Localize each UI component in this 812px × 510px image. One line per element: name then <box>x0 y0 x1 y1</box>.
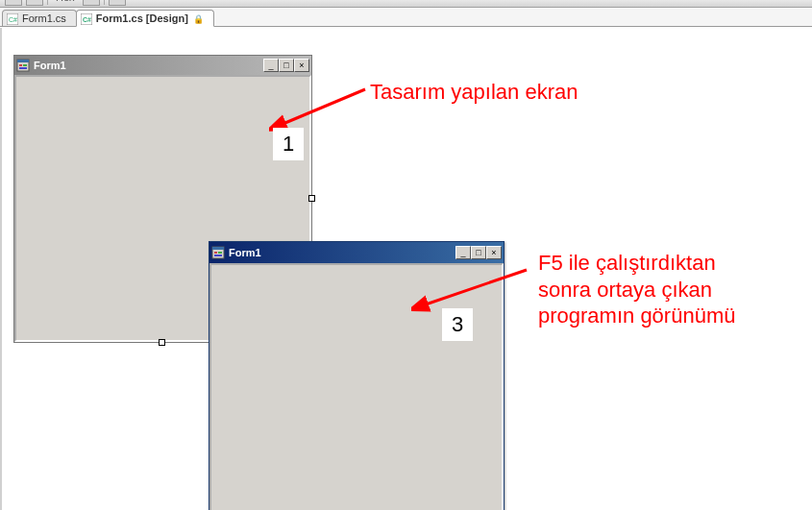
runtime-title: Form1 <box>229 247 455 258</box>
svg-text:C#: C# <box>83 16 91 23</box>
tab-form1-cs[interactable]: C# Form1.cs <box>2 10 77 26</box>
close-button[interactable]: × <box>294 59 309 72</box>
toolbar-icon-1[interactable] <box>5 0 22 6</box>
resize-handle-bottom[interactable] <box>159 339 165 346</box>
hex-label[interactable]: Hex <box>52 0 79 3</box>
tab-form1-design[interactable]: C# Form1.cs [Design] 🔒 <box>76 10 214 27</box>
svg-rect-13 <box>214 255 222 256</box>
maximize-button[interactable]: □ <box>471 246 486 259</box>
runtime-titlebar[interactable]: Form1 _ □ × <box>209 242 504 263</box>
csharp-file-icon: C# <box>81 13 92 25</box>
minimize-button[interactable]: _ <box>263 59 279 72</box>
svg-rect-7 <box>23 64 27 66</box>
form-icon <box>211 246 225 259</box>
runtime-titlebar-buttons: _ □ × <box>455 246 502 259</box>
lock-icon: 🔒 <box>193 14 204 24</box>
document-tabs: C# Form1.cs C# Form1.cs [Design] 🔒 <box>0 8 812 27</box>
svg-rect-12 <box>218 252 222 254</box>
svg-rect-10 <box>212 247 224 250</box>
close-button[interactable]: × <box>486 246 502 259</box>
svg-text:C#: C# <box>9 16 17 23</box>
toolbar-separator <box>104 0 105 5</box>
annotation-text-2-line1: F5 ile çalıştırdıktan <box>538 251 716 275</box>
maximize-button[interactable]: □ <box>279 59 294 72</box>
form-icon <box>16 59 30 72</box>
svg-rect-11 <box>214 252 217 254</box>
annotation-text-2-line3: programın görünümü <box>538 304 735 328</box>
svg-rect-5 <box>17 60 29 62</box>
tab-label: Form1.cs [Design] <box>96 12 188 24</box>
toolbar-separator <box>47 0 48 5</box>
designer-title: Form1 <box>34 60 263 71</box>
toolbar: Hex <box>0 0 812 8</box>
toolbar-icon-3[interactable] <box>83 0 100 6</box>
tab-label: Form1.cs <box>22 12 66 24</box>
svg-rect-8 <box>19 67 27 69</box>
svg-rect-6 <box>19 64 22 66</box>
annotation-text-2: F5 ile çalıştırdıktan sonra ortaya çıkan… <box>538 250 735 329</box>
runtime-form[interactable]: Form1 _ □ × <box>209 241 504 510</box>
annotation-text-1: Tasarım yapılan ekran <box>370 79 578 106</box>
minimize-button[interactable]: _ <box>455 246 471 259</box>
annotation-number-2: 3 <box>442 308 473 341</box>
annotation-number-1: 1 <box>273 128 304 160</box>
toolbar-icon-2[interactable] <box>26 0 43 6</box>
annotation-text-2-line2: sonra ortaya çıkan <box>538 278 712 302</box>
resize-handle-right[interactable] <box>308 195 315 202</box>
designer-titlebar: Form1 _ □ × <box>14 56 311 75</box>
designer-titlebar-buttons: _ □ × <box>263 59 309 72</box>
runtime-form-body[interactable] <box>209 263 504 510</box>
csharp-file-icon: C# <box>7 13 18 25</box>
toolbar-icon-4[interactable] <box>109 0 126 6</box>
